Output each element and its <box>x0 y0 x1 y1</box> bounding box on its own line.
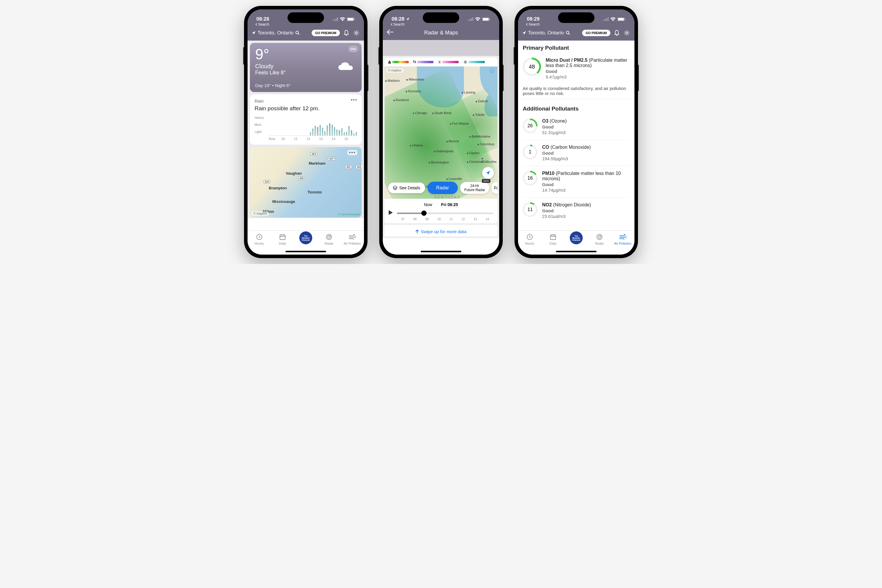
tab-home[interactable]: TheWeatherChannel <box>566 233 586 244</box>
dynamic-island <box>558 12 594 23</box>
home-content[interactable]: ••• 9° Cloudy Feels Like 8° Day 10° • Ni… <box>248 40 364 218</box>
page-title: Radar & Maps <box>396 30 486 36</box>
additional-pollutants-title: Additional Pollutants <box>518 103 634 115</box>
dynamic-island <box>288 12 324 23</box>
air-quality-content[interactable]: Primary Pollutant 48 Micro Dust / PM2.5 … <box>518 40 634 218</box>
pollutant-status: Good <box>546 69 630 74</box>
location-selector[interactable]: Toronto, Ontario <box>252 30 309 36</box>
svg-point-39 <box>626 32 628 34</box>
svg-rect-6 <box>354 18 355 20</box>
primary-pollutant-title: Primary Pollutant <box>518 42 634 54</box>
phone-home: 08:28 Search Toronto, Ontario GO PREMIUM <box>244 6 368 258</box>
sleet-icon <box>413 60 416 64</box>
phone-radar: 08:28 Search Radar & Maps <box>379 6 503 258</box>
aqi-gauge: 48 <box>523 58 541 76</box>
svg-rect-23 <box>471 18 472 21</box>
pollutant-concentration: 51.31μg/m3 <box>542 130 630 135</box>
arrow-left-icon <box>387 29 393 35</box>
card-more-button[interactable]: ••• <box>351 98 357 103</box>
legend-snow: ❄ <box>464 59 485 65</box>
see-details-button[interactable]: See Details <box>388 183 425 193</box>
rain-chart: Heavy Mod. Light Now 10 11 12 13 14 15 <box>255 116 357 141</box>
location-arrow-icon <box>406 17 410 21</box>
tab-air-pollution[interactable]: Air Pollution <box>342 233 363 245</box>
mapbox-attrib: © mapbox <box>386 68 404 73</box>
rain-bar <box>332 124 333 135</box>
rain-bar <box>344 132 345 135</box>
status-time: 08:29 <box>527 16 540 22</box>
rain-card[interactable]: ••• Rain Rain possible after 12 pm. Heav… <box>250 94 362 145</box>
pollutant-name: NO2 (Nitrogen Dioxide) <box>542 202 630 208</box>
svg-rect-26 <box>483 18 489 21</box>
locate-button[interactable] <box>482 167 494 179</box>
pollutant-status: Good <box>542 150 630 156</box>
timeline-slider[interactable] <box>388 209 494 218</box>
tab-daily[interactable]: Daily <box>272 233 293 245</box>
notifications-button[interactable] <box>613 29 620 36</box>
svg-rect-28 <box>413 60 414 63</box>
back-to-search[interactable]: Search <box>390 22 405 27</box>
tab-air-pollution[interactable]: Air Pollution <box>612 233 633 245</box>
screen: 08:29 Search Toronto, Ontario GO PREMIUM <box>518 9 634 255</box>
rain-bar <box>336 129 338 135</box>
bell-icon <box>614 30 620 36</box>
rain-x-labels: Now 10 11 12 13 14 15 <box>269 137 357 141</box>
play-button[interactable] <box>388 210 394 216</box>
pollutant-row: 26O3 (Ozone)Good51.31μg/m3 <box>518 115 634 138</box>
back-to-search[interactable]: Search <box>255 22 269 27</box>
radar-pill[interactable]: Radar <box>428 182 458 194</box>
go-premium-button[interactable]: GO PREMIUM <box>582 30 610 36</box>
tab-hourly[interactable]: Hourly <box>519 233 540 245</box>
back-to-search[interactable]: Search <box>526 22 540 27</box>
notifications-button[interactable] <box>343 29 350 36</box>
tab-radar[interactable]: Radar <box>589 233 610 245</box>
rain-bar <box>341 128 342 135</box>
pollutant-row: 1CO (Carbon Monoxide)Good194.59μg/m3 <box>518 141 634 165</box>
tab-home[interactable]: TheWeatherChannel <box>296 233 316 244</box>
location-selector[interactable]: Toronto, Ontario <box>522 30 579 36</box>
rain-bar <box>353 134 355 135</box>
rain-headline: Rain possible after 12 pm. <box>255 105 357 112</box>
svg-point-19 <box>355 235 355 235</box>
card-more-button[interactable]: ••• <box>347 150 357 155</box>
radar-content: ❄ © mapbox i Milwaukee Madison Kenosha <box>383 40 499 238</box>
chevron-left-icon <box>390 23 393 26</box>
rain-bar <box>334 127 335 135</box>
back-button[interactable] <box>387 29 396 36</box>
twc-logo-icon: TheWeatherChannel <box>299 231 312 244</box>
slider-thumb[interactable] <box>421 210 427 216</box>
swipe-hint[interactable]: Swipe up for more data <box>384 225 498 236</box>
home-indicator[interactable] <box>421 251 461 252</box>
rain-bar <box>315 126 316 135</box>
new-badge: NEW <box>482 179 490 183</box>
svg-rect-41 <box>550 235 556 240</box>
screen: 08:28 Search Toronto, Ontario GO PREMIUM <box>248 9 364 255</box>
radar-legend[interactable]: ❄ <box>384 58 498 66</box>
battery-icon <box>482 17 490 21</box>
go-premium-button[interactable]: GO PREMIUM <box>312 30 340 36</box>
svg-point-49 <box>625 235 626 235</box>
tab-radar[interactable]: Radar <box>319 233 339 245</box>
pollutant-concentration: 14.74μg/m3 <box>542 188 630 193</box>
tab-hourly[interactable]: Hourly <box>249 233 270 245</box>
info-icon[interactable]: i <box>490 68 495 73</box>
settings-button[interactable] <box>353 29 360 36</box>
home-indicator[interactable] <box>285 251 326 252</box>
svg-point-37 <box>566 31 569 34</box>
rain-bar <box>317 127 318 135</box>
aqi-gauge: 16 <box>523 171 537 186</box>
current-conditions-card[interactable]: ••• 9° Cloudy Feels Like 8° Day 10° • Ni… <box>250 43 362 92</box>
svg-rect-31 <box>605 19 606 21</box>
next-pill[interactable]: Fu <box>492 182 498 194</box>
aq-description: Air quality is considered satisfactory, … <box>518 83 634 99</box>
location-arrow-icon <box>485 170 490 176</box>
future-radar-pill[interactable]: NEW 24-Hr Future Radar <box>460 182 489 194</box>
aqi-gauge: 26 <box>523 118 537 133</box>
tab-daily[interactable]: Daily <box>543 233 563 245</box>
radar-map[interactable]: © mapbox i Milwaukee Madison Kenosha Roc… <box>384 66 498 199</box>
settings-button[interactable] <box>623 29 630 36</box>
app-header: Toronto, Ontario GO PREMIUM <box>518 26 634 40</box>
card-more-button[interactable]: ••• <box>348 46 358 52</box>
map-card[interactable]: ••• Markham Vaughan Brampton Toronto Mis… <box>250 147 362 218</box>
home-indicator[interactable] <box>556 251 597 252</box>
